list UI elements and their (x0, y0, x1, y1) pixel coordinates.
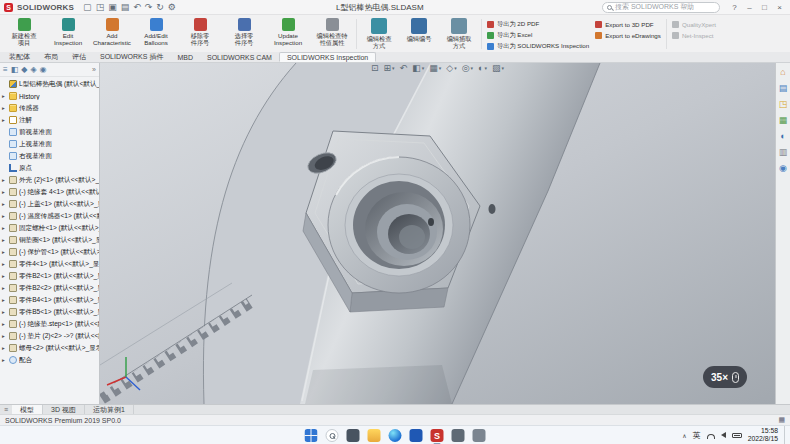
expand-arrow-icon[interactable]: ▸ (2, 177, 7, 183)
display-style-icon[interactable]: ◇▾ (446, 64, 456, 73)
settings-icon[interactable] (473, 429, 486, 442)
tree-item[interactable]: ▸ L型铝棒热电偶 (默认<默认_显示状态-1 (1, 78, 99, 90)
ribbon-button[interactable]: 移除零 件序号 (178, 16, 222, 52)
tree-item[interactable]: ▸ (-) 垫片 (2)<2> ->? (默认<<默认 (1, 330, 99, 342)
ribbon-button[interactable]: 编辑编号 (399, 16, 439, 52)
expand-arrow-icon[interactable]: ▸ (2, 249, 7, 255)
property-manager-icon[interactable]: ◧ (11, 65, 19, 74)
forum-icon[interactable]: ◉ (779, 164, 787, 173)
expand-arrow-icon[interactable]: ▸ (2, 345, 7, 351)
command-tab[interactable]: SOLIDWORKS Inspection (279, 52, 376, 62)
ribbon-button[interactable]: 选择零 件序号 (222, 16, 266, 52)
network-icon[interactable] (707, 434, 715, 439)
search-icon[interactable] (326, 429, 339, 442)
new-file-icon[interactable]: ▢ (83, 3, 92, 12)
command-tab[interactable]: SOLIDWORKS 插件 (93, 52, 170, 62)
ribbon-button[interactable]: Add/Edit Balloons (134, 16, 178, 52)
expand-arrow-icon[interactable]: ▸ (2, 285, 7, 291)
tree-item[interactable]: ▸ 右视基准面 (1, 150, 99, 162)
document-tab[interactable]: 运动算例1 (85, 405, 134, 414)
hide-show-items-icon[interactable]: ◎▾ (462, 64, 473, 73)
tree-item[interactable]: ▸ (-) 上盖<1> (默认<<默认>_显示状 (1, 198, 99, 210)
tree-item[interactable]: ▸ 配合 (1, 354, 99, 366)
custom-properties-icon[interactable]: ▥ (779, 148, 788, 157)
tree-item[interactable]: ▸ (-) 绝缘垫.step<1> (默认<<默认 (1, 318, 99, 330)
command-tab[interactable]: MBD (170, 52, 200, 62)
expand-arrow-icon[interactable]: ▸ (2, 117, 7, 123)
tree-item[interactable]: ▸ 外壳 (2)<1> (默认<<默认>_显示状 (1, 174, 99, 186)
expand-arrow-icon[interactable]: ▸ (2, 357, 7, 363)
show-desktop-button[interactable] (784, 426, 787, 444)
tree-item[interactable]: ▸ 螺母<2> (默认<<默认>_显示状 (1, 342, 99, 354)
expand-arrow-icon[interactable]: ▸ (2, 225, 7, 231)
expand-arrow-icon[interactable]: ▸ (2, 309, 7, 315)
tab-list-icon[interactable]: ≡ (0, 405, 12, 414)
edge-icon[interactable] (389, 429, 402, 442)
expand-arrow-icon[interactable]: ▸ (2, 213, 7, 219)
export-option[interactable]: 导出为 2D PDF (487, 20, 589, 29)
redo-icon[interactable]: ↷ (145, 3, 153, 12)
tree-item[interactable]: ▸ 零件B2<1> (默认<<默认>_显示 (1, 270, 99, 282)
file-explorer-pane-icon[interactable]: ◳ (779, 100, 788, 109)
options-icon[interactable]: ⚙ (168, 3, 176, 12)
search-input[interactable]: 搜索 SOLIDWORKS 帮助 (602, 2, 720, 13)
tree-item[interactable]: ▸ (-) 保护管<1> (默认<<默认>_显示 (1, 246, 99, 258)
panel-overflow-icon[interactable]: » (92, 66, 96, 73)
tree-item[interactable]: ▸ 铜垫圈<1> (默认<<默认>_显示状 (1, 234, 99, 246)
file-explorer-icon[interactable] (368, 429, 381, 442)
ribbon-button[interactable]: 编辑检查特 性值属性 (310, 16, 354, 52)
graphics-viewport[interactable]: ⊡▾⊞▾↶▾◧▾▦▾◇▾◎▾◐▾▨▾ 35× (100, 63, 775, 404)
tree-item[interactable]: ▸ 注解 (1, 114, 99, 126)
apply-scene-icon[interactable]: ▨▾ (492, 64, 504, 73)
maximize-icon[interactable]: □ (758, 1, 771, 14)
minimize-icon[interactable]: – (743, 1, 756, 14)
ribbon-button[interactable]: Add Characteristic (90, 16, 134, 52)
export-option[interactable]: Export to eDrawings (595, 31, 661, 40)
ime-indicator[interactable]: 英 (693, 430, 701, 441)
expand-arrow-icon[interactable]: ▸ (2, 297, 7, 303)
previous-view-icon[interactable]: ↶▾ (400, 64, 408, 73)
snip-icon[interactable] (452, 429, 465, 442)
help-icon[interactable]: ? (728, 1, 741, 14)
document-tab[interactable]: 3D 视图 (43, 405, 85, 414)
feature-manager-icon[interactable]: ≡ (3, 65, 8, 74)
tree-item[interactable]: ▸ 零件4<1> (默认<<默认>_显示状 (1, 258, 99, 270)
dimxpert-manager-icon[interactable]: ◈ (30, 65, 36, 74)
section-view-icon[interactable]: ◧▾ (412, 64, 424, 73)
ribbon-button[interactable]: 编辑检查 方式 (359, 16, 399, 52)
design-library-icon[interactable]: ▤ (779, 84, 788, 93)
ribbon-button[interactable]: 新建检查 项目 (2, 16, 46, 52)
save-icon[interactable]: ▣ (108, 3, 117, 12)
document-tab[interactable]: 模型 (12, 405, 43, 414)
expand-arrow-icon[interactable]: ▸ (2, 333, 7, 339)
ribbon-button[interactable]: Edit Inspection (46, 16, 90, 52)
zoom-fit-icon[interactable]: ⊡▾ (371, 64, 379, 73)
command-tab[interactable]: 布局 (37, 52, 65, 62)
display-manager-icon[interactable]: ◉ (40, 65, 47, 74)
solidworks-resources-icon[interactable]: ⌂ (780, 68, 785, 77)
rebuild-icon[interactable]: ↻ (156, 3, 164, 12)
tree-item[interactable]: ▸ 零件B4<1> (默认<<默认>_显示 (1, 294, 99, 306)
tree-item[interactable]: ▸ 前视基准面 (1, 126, 99, 138)
tree-item[interactable]: ▸ 原点 (1, 162, 99, 174)
battery-icon[interactable] (732, 433, 742, 438)
model-canvas[interactable] (100, 63, 775, 404)
export-option[interactable]: 导出为 SOLIDWORKS Inspection (487, 42, 589, 51)
expand-arrow-icon[interactable]: ▸ (2, 273, 7, 279)
zoom-area-icon[interactable]: ⊞▾ (384, 64, 395, 73)
view-palette-icon[interactable]: ▦ (779, 116, 788, 125)
tree-item[interactable]: ▸ 传感器 (1, 102, 99, 114)
start-icon[interactable] (305, 429, 318, 442)
export-option[interactable]: 导出为 Excel (487, 31, 589, 40)
volume-icon[interactable] (721, 432, 726, 438)
expand-arrow-icon[interactable]: ▸ (2, 105, 7, 111)
expand-arrow-icon[interactable]: ▸ (2, 93, 7, 99)
clock[interactable]: 15:58 2022/8/15 (748, 427, 778, 443)
command-tab[interactable]: 评估 (65, 52, 93, 62)
undo-icon[interactable]: ↶ (133, 3, 141, 12)
edit-appearance-icon[interactable]: ◐▾ (478, 64, 487, 73)
export-option[interactable]: Export to 3D PDF (595, 20, 661, 29)
appearances-scenes-icon[interactable]: ◐ (780, 132, 785, 141)
close-icon[interactable]: × (773, 1, 786, 14)
task-view-icon[interactable] (347, 429, 360, 442)
